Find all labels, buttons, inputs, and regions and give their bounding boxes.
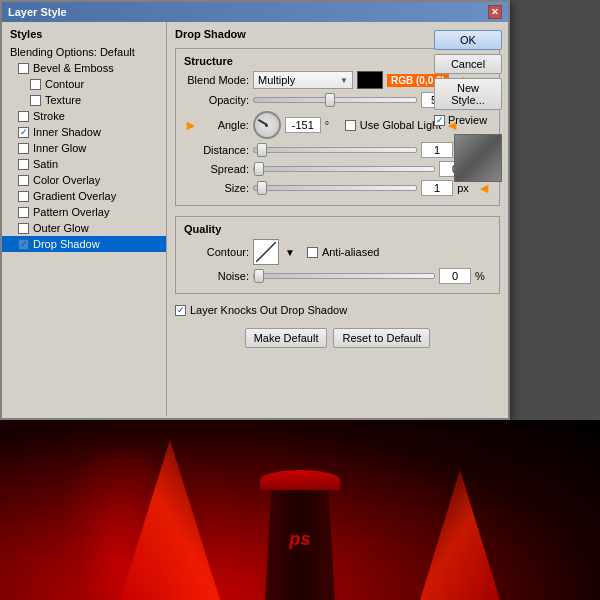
distance-row: Distance: px ◄: [184, 142, 491, 158]
texture-checkbox[interactable]: [30, 95, 41, 106]
pattern-overlay-checkbox[interactable]: [18, 207, 29, 218]
sidebar-item-texture[interactable]: Texture: [2, 92, 166, 108]
make-default-button[interactable]: Make Default: [245, 328, 328, 348]
noise-slider[interactable]: [253, 273, 435, 279]
distance-input[interactable]: [421, 142, 453, 158]
stroke-label: Stroke: [33, 110, 65, 122]
sidebar-item-inner-glow[interactable]: Inner Glow: [2, 140, 166, 156]
inner-shadow-label: Inner Shadow: [33, 126, 101, 138]
new-style-button[interactable]: New Style...: [434, 78, 502, 110]
size-label: Size:: [184, 182, 249, 194]
contour-graph-icon: [256, 242, 276, 262]
left-panel: Styles Blending Options: Default Bevel &…: [2, 22, 167, 416]
drop-shadow-checkbox[interactable]: [18, 239, 29, 250]
angle-label: Angle:: [204, 119, 249, 131]
bottom-buttons: Make Default Reset to Default: [175, 328, 500, 348]
bevel-emboss-checkbox[interactable]: [18, 63, 29, 74]
close-button[interactable]: ✕: [488, 5, 502, 19]
color-overlay-label: Color Overlay: [33, 174, 100, 186]
stroke-checkbox[interactable]: [18, 111, 29, 122]
blending-options-item[interactable]: Blending Options: Default: [2, 44, 166, 60]
opacity-label: Opacity:: [184, 94, 249, 106]
quality-section: Quality Contour: ▼ Anti-aliased: [175, 216, 500, 294]
noise-unit: %: [475, 270, 491, 282]
size-slider[interactable]: [253, 185, 417, 191]
gradient-overlay-label: Gradient Overlay: [33, 190, 116, 202]
bottom-scene-area: ps: [0, 420, 600, 600]
knocks-out-row: Layer Knocks Out Drop Shadow: [175, 304, 500, 316]
outer-glow-label: Outer Glow: [33, 222, 89, 234]
preview-swatch: [454, 134, 502, 182]
contour-thumbnail[interactable]: [253, 239, 279, 265]
spread-row: Spread: %: [184, 161, 491, 177]
contour-row: Contour: ▼ Anti-aliased: [184, 239, 491, 265]
noise-input[interactable]: [439, 268, 471, 284]
satin-checkbox[interactable]: [18, 159, 29, 170]
sidebar-item-pattern-overlay[interactable]: Pattern Overlay: [2, 204, 166, 220]
global-light-row: Use Global Light: [345, 119, 441, 131]
color-overlay-checkbox[interactable]: [18, 175, 29, 186]
sidebar-item-outer-glow[interactable]: Outer Glow: [2, 220, 166, 236]
sidebar-item-gradient-overlay[interactable]: Gradient Overlay: [2, 188, 166, 204]
opacity-thumb[interactable]: [325, 93, 335, 107]
sidebar-item-color-overlay[interactable]: Color Overlay: [2, 172, 166, 188]
cancel-button[interactable]: Cancel: [434, 54, 502, 74]
gradient-overlay-checkbox[interactable]: [18, 191, 29, 202]
sidebar-item-inner-shadow[interactable]: Inner Shadow: [2, 124, 166, 140]
color-swatch[interactable]: [357, 71, 383, 89]
blend-mode-label: Blend Mode:: [184, 74, 249, 86]
anti-aliased-row: Anti-aliased: [307, 246, 379, 258]
inner-shadow-checkbox[interactable]: [18, 127, 29, 138]
spread-slider[interactable]: [253, 166, 435, 172]
noise-row: Noise: %: [184, 268, 491, 284]
inner-glow-label: Inner Glow: [33, 142, 86, 154]
dialog-title: Layer Style: [8, 6, 67, 18]
drop-shadow-label: Drop Shadow: [33, 238, 100, 250]
red-wing-right: [420, 470, 500, 600]
contour-dropdown-arrow[interactable]: ▼: [285, 247, 295, 258]
satin-label: Satin: [33, 158, 58, 170]
distance-slider[interactable]: [253, 147, 417, 153]
global-light-checkbox[interactable]: [345, 120, 356, 131]
distance-thumb[interactable]: [257, 143, 267, 157]
blend-mode-value: Multiply: [258, 74, 295, 86]
pattern-overlay-label: Pattern Overlay: [33, 206, 109, 218]
cup-top: [260, 470, 340, 490]
sidebar-item-satin[interactable]: Satin: [2, 156, 166, 172]
angle-wheel[interactable]: [253, 111, 281, 139]
distance-label: Distance:: [184, 144, 249, 156]
angle-left-arrow-icon: ►: [184, 117, 198, 133]
outer-glow-checkbox[interactable]: [18, 223, 29, 234]
spread-label: Spread:: [184, 163, 249, 175]
anti-aliased-checkbox[interactable]: [307, 247, 318, 258]
reset-default-button[interactable]: Reset to Default: [333, 328, 430, 348]
contour-label: Contour:: [184, 246, 249, 258]
sidebar-item-stroke[interactable]: Stroke: [2, 108, 166, 124]
angle-input[interactable]: [285, 117, 321, 133]
angle-center-dot: [265, 124, 268, 127]
size-thumb[interactable]: [257, 181, 267, 195]
sidebar-item-drop-shadow[interactable]: Drop Shadow: [2, 236, 166, 252]
sidebar-item-bevel-emboss[interactable]: Bevel & Emboss: [2, 60, 166, 76]
preview-row: Preview: [434, 114, 502, 126]
size-row: Size: px ◄: [184, 180, 491, 196]
preview-checkbox[interactable]: [434, 115, 445, 126]
contour-label: Contour: [45, 78, 84, 90]
knocks-out-checkbox[interactable]: [175, 305, 186, 316]
ok-button[interactable]: OK: [434, 30, 502, 50]
quality-title: Quality: [184, 223, 491, 235]
ps-logo-text: ps: [289, 529, 310, 550]
contour-checkbox[interactable]: [30, 79, 41, 90]
size-input[interactable]: [421, 180, 453, 196]
opacity-slider[interactable]: [253, 97, 417, 103]
sidebar-item-contour[interactable]: Contour: [2, 76, 166, 92]
spread-thumb[interactable]: [254, 162, 264, 176]
anti-aliased-label: Anti-aliased: [322, 246, 379, 258]
texture-label: Texture: [45, 94, 81, 106]
bottom-scene: ps: [0, 420, 600, 600]
noise-thumb[interactable]: [254, 269, 264, 283]
inner-glow-checkbox[interactable]: [18, 143, 29, 154]
blend-mode-dropdown[interactable]: Multiply ▼: [253, 71, 353, 89]
noise-label: Noise:: [184, 270, 249, 282]
knocks-out-label: Layer Knocks Out Drop Shadow: [190, 304, 347, 316]
